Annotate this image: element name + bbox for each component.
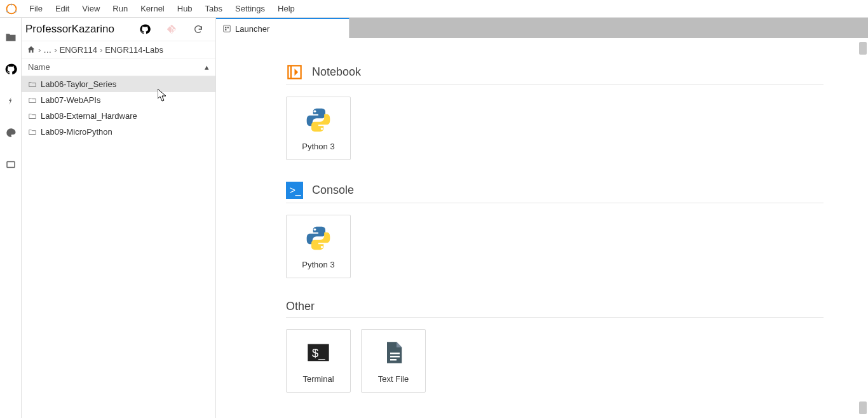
card-text-file[interactable]: Text File xyxy=(361,329,426,393)
breadcrumb-part-0[interactable]: ENGR114 xyxy=(60,45,97,55)
breadcrumb-ellipsis[interactable]: … xyxy=(43,45,51,55)
svg-point-14 xyxy=(314,228,316,231)
svg-text:>_: >_ xyxy=(290,185,301,196)
file-row[interactable]: Lab09-MicroPython xyxy=(22,124,215,140)
svg-point-1 xyxy=(11,4,13,6)
file-name: Lab09-MicroPython xyxy=(41,127,112,137)
file-list: Lab06-Taylor_Series Lab07-WebAPIs Lab08-… xyxy=(22,76,215,418)
folder-icon xyxy=(28,112,37,121)
jupyter-logo-icon xyxy=(4,1,19,17)
python-icon xyxy=(304,224,332,252)
file-row[interactable]: Lab06-Taylor_Series xyxy=(22,76,215,92)
svg-rect-5 xyxy=(224,25,231,32)
folder-tab-icon[interactable] xyxy=(4,30,18,44)
svg-point-15 xyxy=(321,245,323,248)
menu-help[interactable]: Help xyxy=(271,2,301,15)
card-label: Text File xyxy=(378,374,409,384)
file-row[interactable]: Lab08-External_Hardware xyxy=(22,108,215,124)
git-icon[interactable] xyxy=(165,22,179,36)
section-title-console: Console xyxy=(312,184,354,197)
menu-tabs[interactable]: Tabs xyxy=(199,2,229,15)
svg-rect-6 xyxy=(225,27,226,28)
palette-tab-icon[interactable] xyxy=(4,126,18,140)
launcher-body: Notebook Python 3 >_ Console xyxy=(216,38,868,418)
console-icon: >_ xyxy=(286,182,303,199)
menu-settings[interactable]: Settings xyxy=(229,2,271,15)
svg-point-10 xyxy=(314,110,316,112)
card-notebook-python3[interactable]: Python 3 xyxy=(286,97,351,160)
svg-point-0 xyxy=(7,4,17,13)
breadcrumb-part-1[interactable]: ENGR114-Labs xyxy=(105,45,163,55)
running-tab-icon[interactable] xyxy=(4,94,18,108)
github-icon[interactable] xyxy=(138,22,152,36)
activity-bar xyxy=(0,18,22,418)
card-terminal[interactable]: $_ Terminal xyxy=(286,329,351,393)
file-browser-panel: ProfessorKazarino › … › ENGR114 › ENGR11… xyxy=(22,18,216,418)
card-console-python3[interactable]: Python 3 xyxy=(286,215,351,278)
breadcrumb: › … › ENGR114 › ENGR114-Labs xyxy=(22,41,215,58)
scrollbar-thumb[interactable] xyxy=(859,401,867,414)
file-name: Lab08-External_Hardware xyxy=(41,111,137,121)
home-icon[interactable] xyxy=(27,45,36,54)
svg-rect-4 xyxy=(7,162,15,168)
folder-icon xyxy=(28,128,37,137)
card-label: Terminal xyxy=(302,374,334,384)
svg-point-3 xyxy=(6,10,8,12)
tabs-tab-icon[interactable] xyxy=(4,158,18,172)
github-tab-icon[interactable] xyxy=(4,62,18,76)
svg-rect-8 xyxy=(225,29,226,30)
folder-icon xyxy=(28,96,37,105)
tab-bar: Launcher xyxy=(216,18,868,38)
text-file-icon xyxy=(379,339,407,367)
menu-run[interactable]: Run xyxy=(106,2,134,15)
folder-icon xyxy=(28,80,37,89)
svg-point-2 xyxy=(15,10,16,12)
file-row[interactable]: Lab07-WebAPIs xyxy=(22,92,215,108)
menu-kernel[interactable]: Kernel xyxy=(134,2,171,15)
svg-rect-7 xyxy=(227,27,229,28)
file-name: Lab07-WebAPIs xyxy=(41,95,100,105)
chevron-right-icon: › xyxy=(100,45,102,55)
svg-rect-19 xyxy=(390,356,400,358)
tab-label: Launcher xyxy=(235,24,269,34)
section-title-notebook: Notebook xyxy=(312,65,361,79)
menu-view[interactable]: View xyxy=(76,2,106,15)
refresh-icon[interactable] xyxy=(191,22,205,36)
terminal-icon: $_ xyxy=(304,339,332,367)
card-label: Python 3 xyxy=(302,142,334,151)
svg-rect-20 xyxy=(390,359,397,361)
chevron-right-icon: › xyxy=(38,45,41,55)
sort-arrow-icon: ▴ xyxy=(205,62,209,72)
card-label: Python 3 xyxy=(302,260,334,269)
menu-hub[interactable]: Hub xyxy=(171,2,199,15)
section-title-other: Other xyxy=(286,300,824,313)
launcher-icon xyxy=(222,24,231,33)
svg-rect-18 xyxy=(390,353,400,354)
menu-bar: File Edit View Run Kernel Hub Tabs Setti… xyxy=(0,0,868,18)
svg-point-11 xyxy=(321,127,323,130)
notebook-icon xyxy=(286,64,303,81)
column-header[interactable]: Name ▴ xyxy=(22,58,215,76)
file-name: Lab06-Taylor_Series xyxy=(41,79,116,89)
menu-file[interactable]: File xyxy=(23,2,49,15)
scrollbar-thumb[interactable] xyxy=(859,42,867,55)
chevron-right-icon: › xyxy=(54,45,57,55)
panel-title: ProfessorKazarino xyxy=(25,23,132,36)
content-area: Launcher Notebook Python 3 xyxy=(216,18,868,418)
svg-text:$_: $_ xyxy=(312,346,325,360)
column-name-label: Name xyxy=(28,62,50,72)
python-icon xyxy=(304,106,332,134)
tab-launcher[interactable]: Launcher xyxy=(216,18,349,38)
menu-edit[interactable]: Edit xyxy=(49,2,76,15)
